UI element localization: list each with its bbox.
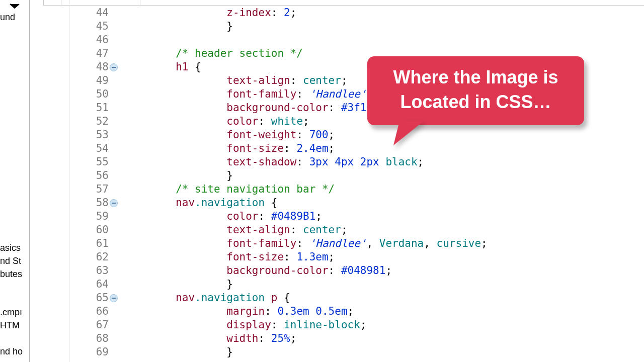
- code-text[interactable]: background-color: #048981;: [110, 264, 392, 278]
- editor-ruler: [69, 0, 70, 362]
- sidebar-item-fragment[interactable]: butes: [0, 267, 22, 281]
- line-number: 45: [79, 20, 110, 33]
- line-number: 66: [79, 305, 110, 318]
- line-number: 54: [79, 142, 110, 155]
- line-number: 57: [79, 183, 110, 196]
- code-line[interactable]: 68 width: 25%;: [79, 332, 644, 345]
- code-text[interactable]: margin: 0.3em 0.5em;: [110, 305, 354, 318]
- sidebar-fragment-group-2: .cmpı HTM nd ho: [0, 306, 23, 358]
- line-number: 53: [79, 128, 110, 142]
- code-text[interactable]: }: [110, 345, 233, 359]
- code-text[interactable]: }: [110, 169, 233, 183]
- app-root: und asics nd St butes .cmpı HTM nd ho 44…: [0, 0, 644, 362]
- line-number: 49: [79, 74, 110, 87]
- line-number: 51: [79, 101, 110, 115]
- line-number: 64: [79, 278, 110, 291]
- line-number: 56: [79, 169, 110, 183]
- code-line[interactable]: 55 text-shadow: 3px 4px 2px black;: [79, 155, 644, 169]
- panel-dropdown-icon[interactable]: [7, 2, 22, 11]
- line-number: 52: [79, 115, 110, 128]
- sidebar-item-fragment: [0, 332, 23, 345]
- annotation-callout: Where the Image is Located in CSS…: [367, 56, 584, 125]
- code-text[interactable]: width: 25%;: [110, 332, 296, 345]
- code-text[interactable]: /* site navigation bar */: [110, 183, 335, 196]
- editor-tab-segment[interactable]: [43, 0, 61, 5]
- line-number: 65: [79, 291, 110, 305]
- code-line[interactable]: 67 display: inline-block;: [79, 318, 644, 332]
- annotation-text: Where the Image is Located in CSS…: [393, 67, 558, 112]
- line-number: 47: [79, 47, 110, 60]
- sidebar-fragment-group-1: asics nd St butes: [0, 241, 22, 281]
- code-line[interactable]: 53 font-weight: 700;: [79, 128, 644, 142]
- code-line[interactable]: 61 font-family: 'Handlee', Verdana, curs…: [79, 237, 644, 250]
- code-text[interactable]: /* header section */: [110, 47, 303, 60]
- code-text[interactable]: color: white;: [110, 115, 309, 128]
- code-line[interactable]: 59 color: #0489B1;: [79, 210, 644, 223]
- sidebar-item-fragment[interactable]: nd ho: [0, 345, 23, 358]
- line-number: 68: [79, 332, 110, 345]
- code-line[interactable]: 60 text-align: center;: [79, 223, 644, 237]
- code-text[interactable]: font-size: 2.4em;: [110, 142, 335, 155]
- line-number: 50: [79, 87, 110, 101]
- code-line[interactable]: 65 nav.navigation p {: [79, 291, 644, 305]
- code-text[interactable]: color: #0489B1;: [110, 210, 322, 223]
- sidebar-item-fragment[interactable]: asics: [0, 241, 22, 254]
- sidebar-item-fragment[interactable]: nd St: [0, 254, 22, 267]
- code-text[interactable]: font-family: 'Handlee', Verdana, cursive…: [110, 237, 488, 250]
- line-number: 60: [79, 223, 110, 237]
- line-number: 44: [79, 6, 110, 20]
- line-number: 61: [79, 237, 110, 250]
- fold-toggle-icon[interactable]: [110, 199, 118, 207]
- code-text[interactable]: text-align: center;: [110, 74, 348, 87]
- line-number: 69: [79, 345, 110, 359]
- code-line[interactable]: 54 font-size: 2.4em;: [79, 142, 644, 155]
- sidebar-item-fragment[interactable]: .cmpı: [0, 306, 23, 319]
- editor-tabbar: [43, 0, 644, 6]
- code-text[interactable]: }: [110, 278, 233, 291]
- code-line[interactable]: 66 margin: 0.3em 0.5em;: [79, 305, 644, 318]
- code-text[interactable]: z-index: 2;: [110, 6, 296, 20]
- code-line[interactable]: 62 font-size: 1.3em;: [79, 250, 644, 264]
- code-text[interactable]: text-align: center;: [110, 223, 348, 237]
- code-editor[interactable]: 44 z-index: 2;45 }4647 /* header section…: [29, 0, 644, 362]
- code-text[interactable]: font-size: 1.3em;: [110, 250, 335, 264]
- code-line[interactable]: 56 }: [79, 169, 644, 183]
- code-text[interactable]: nav.navigation {: [110, 196, 277, 210]
- code-line[interactable]: 69 }: [79, 345, 644, 359]
- code-line[interactable]: 57 /* site navigation bar */: [79, 183, 644, 196]
- sidebar-fragment: und asics nd St butes .cmpı HTM nd ho: [0, 0, 30, 362]
- code-line[interactable]: 58 nav.navigation {: [79, 196, 644, 210]
- line-number: 55: [79, 155, 110, 169]
- sidebar-item-fragment[interactable]: HTM: [0, 319, 23, 332]
- fold-toggle-icon[interactable]: [110, 294, 118, 302]
- code-text[interactable]: nav.navigation p {: [110, 291, 290, 305]
- code-text[interactable]: }: [110, 20, 233, 33]
- code-text[interactable]: text-shadow: 3px 4px 2px black;: [110, 155, 424, 169]
- code-line[interactable]: 44 z-index: 2;: [79, 6, 644, 20]
- code-line[interactable]: 45 }: [79, 20, 644, 33]
- code-line[interactable]: 46: [79, 33, 644, 47]
- code-line[interactable]: 63 background-color: #048981;: [79, 264, 644, 278]
- code-text[interactable]: display: inline-block;: [110, 318, 366, 332]
- editor-tab-divider: [140, 0, 140, 5]
- line-number: 63: [79, 264, 110, 278]
- code-text[interactable]: background-color: #3f1694;: [110, 101, 392, 115]
- code-line[interactable]: 64 }: [79, 278, 644, 291]
- line-number: 62: [79, 250, 110, 264]
- code-text[interactable]: h1 {: [110, 60, 201, 74]
- line-number: 59: [79, 210, 110, 223]
- code-text[interactable]: font-weight: 700;: [110, 128, 335, 142]
- fold-toggle-icon[interactable]: [110, 63, 118, 71]
- line-number: 48: [79, 60, 110, 74]
- line-number: 58: [79, 196, 110, 210]
- line-number: 46: [79, 33, 110, 47]
- sidebar-text-fragment: und: [0, 12, 15, 23]
- line-number: 67: [79, 318, 110, 332]
